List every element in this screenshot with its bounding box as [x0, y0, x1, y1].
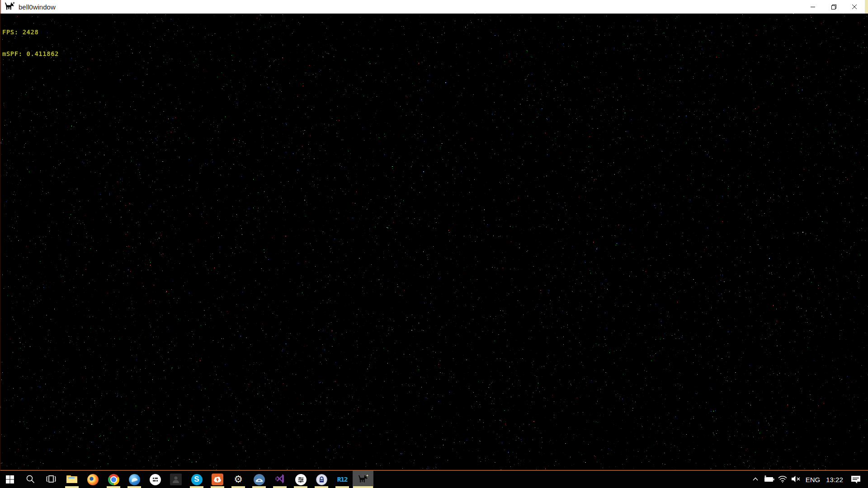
battery-charging-icon — [763, 474, 775, 485]
taskbar-item-chrome[interactable] — [103, 471, 124, 488]
debug-overlay: FPS: 2428 mSPF: 0.411862 — [2, 14, 59, 72]
taskbar-item-firefox[interactable] — [82, 471, 103, 488]
restore-button[interactable] — [823, 0, 844, 14]
left-edge-strip — [0, 0, 1, 14]
wifi-icon — [778, 475, 788, 484]
bridge-app-icon — [254, 474, 265, 485]
volume-muted-icon — [791, 475, 802, 484]
keepass-lock-icon — [316, 474, 327, 485]
mixer-icon — [295, 474, 307, 485]
search-button[interactable] — [20, 471, 41, 488]
file-explorer-icon — [66, 474, 78, 485]
mspf-counter: mSPF: 0.411862 — [2, 50, 59, 57]
fps-counter: FPS: 2428 — [2, 28, 59, 36]
r12-pixel-logo: R12 — [337, 476, 347, 483]
taskbar-item-keepass[interactable] — [311, 471, 332, 488]
skype-icon: S — [191, 474, 203, 485]
visual-studio-icon — [274, 473, 286, 486]
close-button[interactable] — [844, 0, 865, 14]
chevron-up-icon — [752, 475, 759, 484]
media-list-icon — [150, 474, 161, 485]
starfield-canvas — [0, 14, 868, 470]
battery-status-button[interactable] — [762, 471, 776, 488]
window-controls — [802, 0, 865, 14]
render-viewport[interactable]: FPS: 2428 mSPF: 0.411862 — [0, 14, 868, 470]
skype-letter: S — [194, 475, 199, 484]
task-view-button[interactable] — [41, 471, 61, 488]
tray-overflow-button[interactable] — [749, 471, 762, 488]
taskbar-item-bell0window[interactable] — [353, 471, 373, 488]
taskbar-item-audio-mixer[interactable] — [290, 471, 311, 488]
person-icon — [170, 474, 182, 485]
titlebar[interactable]: bell0window — [0, 0, 868, 14]
bell0window-app-window: bell0window — [0, 0, 868, 471]
taskbar-item-media-list[interactable] — [145, 471, 165, 488]
firefox-icon — [87, 474, 99, 485]
clock[interactable]: 13:22 — [823, 471, 846, 488]
dog-logo-icon — [4, 2, 15, 12]
network-status-button[interactable] — [776, 471, 789, 488]
taskbar-item-thunderbird[interactable] — [124, 471, 145, 488]
taskbar-item-user-profile[interactable] — [165, 471, 186, 488]
thunderbird-icon — [129, 474, 140, 485]
language-indicator[interactable]: ENG — [803, 471, 823, 488]
action-center-icon — [850, 474, 861, 485]
taskbar-item-file-explorer[interactable] — [61, 471, 82, 488]
taskbar-item-settings[interactable]: ⚙ — [228, 471, 249, 488]
search-icon — [25, 474, 35, 485]
taskbar-item-visual-studio[interactable] — [269, 471, 290, 488]
minimize-button[interactable] — [802, 0, 823, 14]
taskbar-item-network-bridge[interactable] — [249, 471, 269, 488]
window-title: bell0window — [19, 3, 56, 11]
system-tray: ENG 13:22 — [749, 471, 868, 488]
right-edge-strip — [865, 0, 868, 14]
taskbar-item-skype[interactable]: S — [186, 471, 207, 488]
chrome-icon — [108, 474, 119, 485]
task-view-icon — [46, 474, 57, 485]
start-button[interactable] — [0, 471, 20, 488]
taskbar-item-r12-app[interactable]: R12 — [332, 471, 353, 488]
cloud-upload-icon — [212, 474, 223, 485]
action-center-button[interactable] — [846, 471, 865, 488]
settings-gear-icon: ⚙ — [234, 474, 243, 484]
taskbar-item-cloud-sync[interactable] — [207, 471, 228, 488]
taskbar: S ⚙ — [0, 471, 868, 488]
volume-button[interactable] — [789, 471, 803, 488]
dog-logo-icon — [358, 474, 368, 485]
desktop: bell0window — [0, 0, 868, 488]
